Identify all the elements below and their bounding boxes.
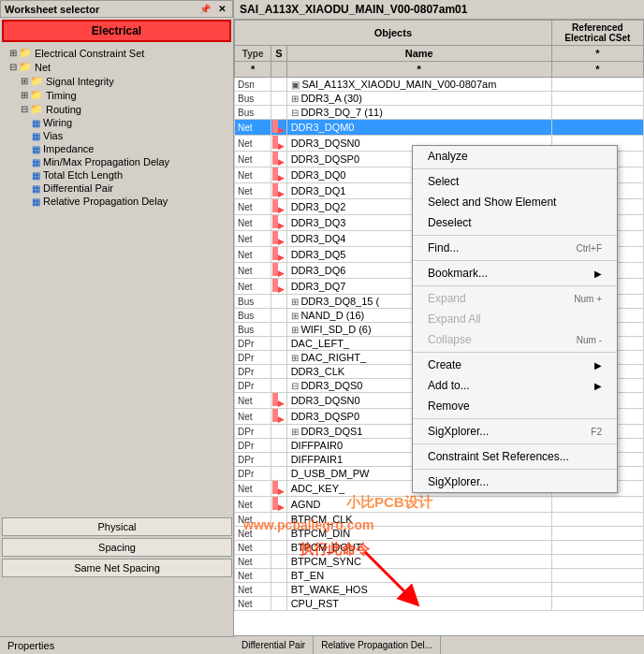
sidebar-label: Electrical Constraint Set [35,48,144,59]
s-cell [271,467,286,481]
sidebar-item-electrical-constraint-set[interactable]: ⊞ 📁 Electrical Constraint Set [2,46,231,60]
type-cell: Bus [235,323,271,337]
menu-item-create[interactable]: Create▶ [413,355,617,375]
table-row[interactable]: Dsn▣ SAI_A113X_XIAODU_MAIN_V00-0807am [235,78,644,92]
diff-pair-bottom-tab[interactable]: Differential Pair [234,636,314,654]
ref-cell [551,597,643,611]
sidebar-label: Net [35,62,51,73]
s-cell [271,439,286,453]
s-filter [271,62,286,78]
same-net-spacing-tab[interactable]: Same Net Spacing [2,559,232,577]
menu-item-find[interactable]: Find...Ctrl+F [413,238,617,258]
sidebar-item-routing[interactable]: ⊟ 📁 Routing [2,102,231,116]
s-cell [271,425,286,439]
submenu-arrow-icon: ▶ [594,360,602,371]
type-cell: Net [235,541,271,555]
sidebar-item-timing[interactable]: ⊞ 📁 Timing [2,88,231,102]
menu-item-deselect[interactable]: Deselect [413,212,617,233]
menu-item-expand: ExpandNum + [413,288,617,309]
sidebar-item-impedance[interactable]: ▦ Impedance [2,142,231,155]
folder-icon: 📁 [19,61,32,73]
type-cell: Net [235,555,271,569]
main-title-bar: SAI_A113X_XIAODU_MAIN_V00-0807am01 [234,0,644,20]
menu-item-select[interactable]: Select [413,171,617,192]
table-row[interactable]: Net▶AGND [235,497,644,513]
menu-separator [413,168,617,169]
sidebar-item-wiring[interactable]: ▦ Wiring [2,116,231,129]
sidebar-label: Routing [46,104,81,115]
close-icon[interactable]: ✕ [215,3,228,15]
type-cell: Net [235,279,271,295]
sidebar-label: Min/Max Propagation Delay [43,156,169,167]
sidebar-label: Vias [43,130,63,141]
menu-item-remove[interactable]: Remove [413,396,617,416]
main-bottom-tabs: Differential Pair Relative Propagation D… [234,635,644,654]
table-row[interactable]: NetCPU_RST [235,597,644,611]
s-cell: ▶ [271,136,286,152]
ref-cell [551,555,643,569]
s-cell [271,597,286,611]
sidebar-item-minmax[interactable]: ▦ Min/Max Propagation Delay [2,155,231,168]
type-cell: Net [235,136,271,152]
sidebar-item-vias[interactable]: ▦ Vias [2,129,231,142]
menu-item-constraint-refs[interactable]: Constraint Set References... [413,446,617,467]
spacing-tab[interactable]: Spacing [2,538,232,557]
ref-cell [551,527,643,541]
type-cell: Net [235,481,271,497]
sidebar-item-signal-integrity[interactable]: ⊞ 📁 Signal Integrity [2,74,231,88]
menu-item-bookmark[interactable]: Bookmark...▶ [413,263,617,283]
menu-separator [413,285,617,286]
menu-item-select-show[interactable]: Select and Show Element [413,192,617,212]
ref-cell [551,106,643,120]
type-cell: Bus [235,309,271,323]
properties-bar[interactable]: Properties [0,636,234,654]
electrical-label: Electrical [92,24,141,37]
s-cell: ▶ [271,183,286,199]
worksheet-title-bar: Worksheet selector 📌 ✕ [0,0,233,18]
physical-tab[interactable]: Physical [2,517,232,536]
menu-item-sigxplorer2[interactable]: SigXplorer... [413,472,617,492]
menu-item-label: Expand All [428,312,481,326]
rel-prop-bottom-tab[interactable]: Relative Propagation Del... [314,636,441,654]
pin-icon[interactable]: 📌 [197,3,213,15]
table-row[interactable]: Net▶DDR3_DQM0 [235,120,644,136]
type-cell: Net [235,497,271,513]
table-row[interactable]: Bus⊞ DDR3_A (30) [235,92,644,106]
table-row[interactable]: NetBTPCM_SYNC [235,555,644,569]
menu-item-label: SigXplorer... [428,475,489,488]
table-icon: ▦ [32,170,40,181]
table-row[interactable]: NetBTPCM_DIN [235,527,644,541]
menu-item-analyze[interactable]: Analyze [413,146,617,167]
diff-pair-tab-label: Differential Pair [242,640,305,650]
worksheet-panel: Worksheet selector 📌 ✕ Electrical ⊞ 📁 El… [0,0,234,654]
sidebar-item-rel-prop[interactable]: ▦ Relative Propagation Delay [2,195,231,208]
menu-item-label: Add to... [428,379,470,392]
table-row[interactable]: NetBTPCM_DOUT [235,541,644,555]
sidebar-item-diff-pair[interactable]: ▦ Differential Pair [2,182,231,195]
ref-cell [551,78,643,92]
table-row[interactable]: NetBT_EN [235,569,644,583]
type-cell: DPr [235,337,271,351]
name-cell: AGND [286,497,551,513]
s-cell: ▶ [271,167,286,183]
table-row[interactable]: NetBT_WAKE_HOS [235,583,644,597]
worksheet-title: Worksheet selector [5,4,99,15]
name-header: Name [286,46,551,62]
menu-item-add-to[interactable]: Add to...▶ [413,375,617,396]
type-cell: Bus [235,92,271,106]
ref-header: * [551,46,643,62]
s-cell [271,513,286,527]
menu-item-sigxplorer[interactable]: SigXplorer...F2 [413,421,617,442]
sidebar-label: Relative Propagation Delay [43,196,168,207]
type-cell: DPr [235,453,271,467]
type-cell: Bus [235,106,271,120]
table-row[interactable]: NetBTPCM_CLK [235,513,644,527]
sidebar-item-net[interactable]: ⊟ 📁 Net [2,60,231,74]
table-icon: ▦ [32,157,40,167]
sidebar-item-total-etch[interactable]: ▦ Total Etch Length [2,168,231,182]
menu-item-label: Bookmark... [428,267,488,280]
s-cell [271,583,286,597]
table-row[interactable]: Bus⊟ DDR3_DQ_7 (11) [235,106,644,120]
s-cell: ▶ [271,497,286,513]
s-cell [271,555,286,569]
